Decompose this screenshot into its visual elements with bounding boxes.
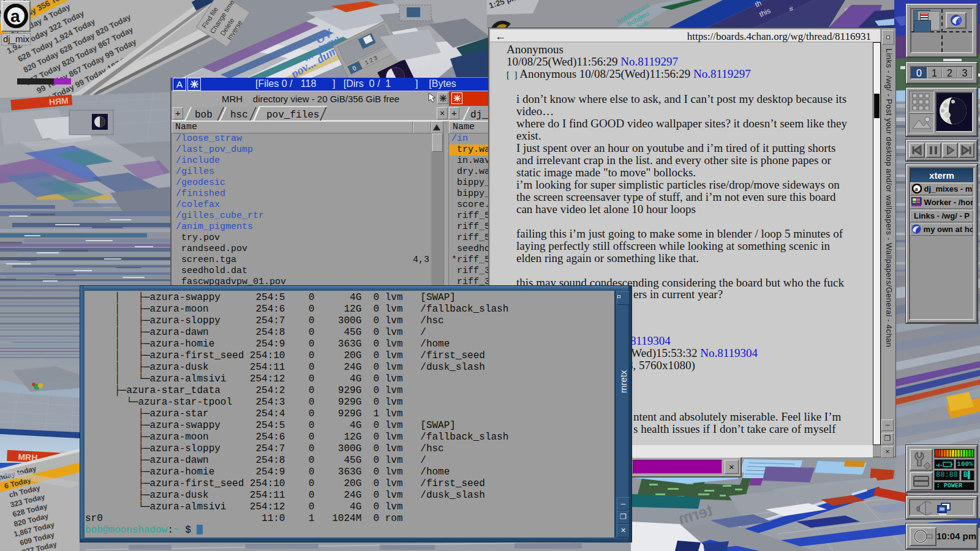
svg-text:hsc: hsc	[230, 110, 248, 121]
svg-text:MRH: MRH	[48, 96, 69, 107]
svg-text:bob: bob	[195, 110, 213, 121]
svg-text:pov_files: pov_files	[266, 110, 319, 121]
svg-text:a: a	[914, 185, 918, 192]
svg-text:dj_r: dj_r	[470, 110, 489, 121]
svg-text:a: a	[10, 7, 20, 26]
